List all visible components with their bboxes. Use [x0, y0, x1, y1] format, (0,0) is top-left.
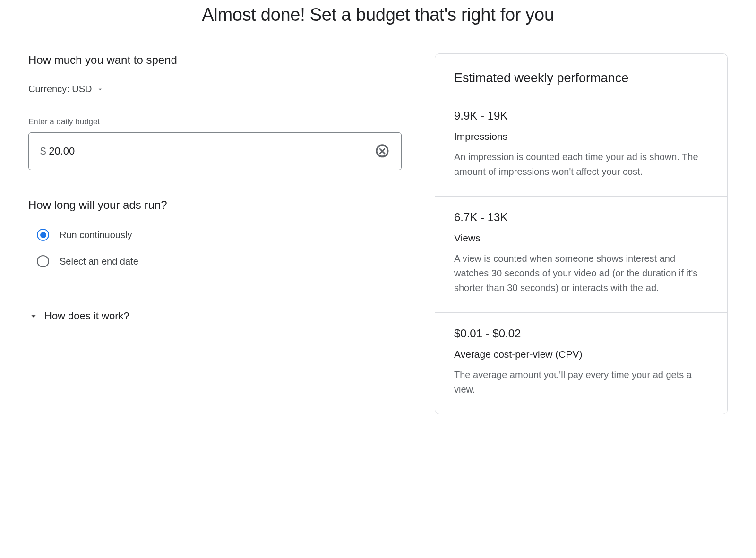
clear-input-button[interactable]	[375, 144, 390, 159]
metric-title: Views	[454, 232, 708, 244]
currency-label: Currency: USD	[28, 84, 92, 94]
metric-desc: The average amount you'll pay every time…	[454, 368, 708, 397]
budget-input-label: Enter a daily budget	[28, 117, 402, 127]
metric-title: Impressions	[454, 131, 708, 142]
metric-title: Average cost-per-view (CPV)	[454, 349, 708, 360]
budget-input-box[interactable]: $	[28, 132, 402, 170]
budget-input-wrap: $	[28, 132, 402, 170]
radio-icon	[37, 255, 49, 267]
radio-select-end-date[interactable]: Select an end date	[37, 255, 402, 267]
how-does-it-work-toggle[interactable]: How does it work?	[28, 310, 129, 322]
budget-form: How much you want to spend Currency: USD…	[28, 53, 402, 323]
budget-input[interactable]	[49, 145, 372, 157]
radio-label: Select an end date	[60, 256, 138, 267]
page-title: Almost done! Set a budget that's right f…	[28, 5, 728, 25]
metric-value: 9.9K - 19K	[454, 109, 708, 122]
duration-section: How long will your ads run? Run continuo…	[28, 198, 402, 267]
performance-heading: Estimated weekly performance	[435, 54, 727, 95]
duration-radio-group: Run continuously Select an end date	[28, 229, 402, 267]
metric-impressions: 9.9K - 19K Impressions An impression is …	[435, 95, 727, 196]
metric-desc: An impression is counted each time your …	[454, 150, 708, 179]
radio-label: Run continuously	[60, 230, 132, 240]
content-columns: How much you want to spend Currency: USD…	[28, 53, 728, 414]
metric-desc: A view is counted when someone shows int…	[454, 251, 708, 295]
metric-cpv: $0.01 - $0.02 Average cost-per-view (CPV…	[435, 312, 727, 414]
radio-icon	[37, 229, 49, 241]
spend-heading: How much you want to spend	[28, 53, 402, 67]
metric-value: 6.7K - 13K	[454, 211, 708, 224]
duration-heading: How long will your ads run?	[28, 198, 402, 212]
chevron-down-icon	[96, 86, 104, 93]
currency-selector[interactable]: Currency: USD	[28, 84, 104, 94]
metric-views: 6.7K - 13K Views A view is counted when …	[435, 196, 727, 312]
currency-symbol: $	[40, 145, 46, 157]
close-circle-icon	[375, 144, 390, 159]
how-does-it-work-label: How does it work?	[44, 310, 129, 322]
performance-panel: Estimated weekly performance 9.9K - 19K …	[435, 53, 728, 414]
metric-value: $0.01 - $0.02	[454, 327, 708, 340]
chevron-down-icon	[28, 311, 39, 321]
radio-run-continuously[interactable]: Run continuously	[37, 229, 402, 241]
